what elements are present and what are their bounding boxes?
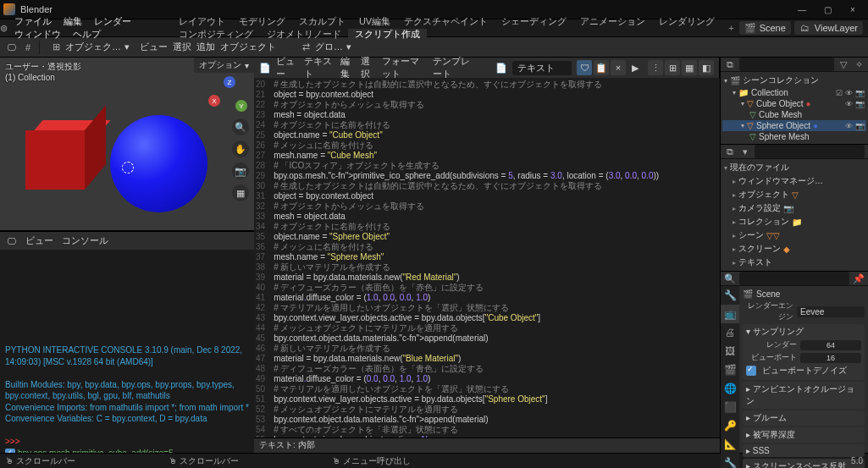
view-menu[interactable]: ビュー (25, 234, 53, 247)
code-line[interactable]: # オブジェクトからメッシュを取得する (274, 201, 659, 212)
code-line[interactable]: bpy.context.object.data.materials."c-fn"… (274, 333, 659, 344)
console-menu[interactable]: コンソール (62, 234, 108, 247)
code-line[interactable]: bpy.ops.mesh."c-fn">primitive_ico_sphere… (274, 171, 659, 181)
data-tree-item[interactable]: ▸ コレクション 📁 (724, 215, 865, 228)
property-panel[interactable]: ▸ 被写界深度 (743, 427, 865, 443)
axes-gizmo[interactable]: X Y Z (212, 78, 246, 112)
code-line[interactable]: object.name = "Cube Object" (274, 130, 659, 140)
viewport-samples[interactable]: 16 (800, 353, 861, 363)
render-samples[interactable]: 64 (800, 340, 861, 350)
viewport-3d[interactable]: オプション ▾ ユーザー・透視投影 (1) Collection X Y Z 🔍… (0, 58, 254, 231)
data-outliner[interactable]: ▾現在のファイル ▸ ウィンドウマネージ…▸ オブジェクト ▽▸ カメラ設定 📷… (721, 159, 868, 271)
property-panel[interactable]: ▸ SSS (743, 444, 865, 457)
code-line[interactable]: # 生成したオブジェクトは自動的に選択中となるため、すぐにオブジェクトを取得する (274, 80, 659, 90)
format-menu[interactable]: フォーマット (382, 55, 428, 80)
code-line[interactable]: mesh = object.data (274, 212, 659, 222)
maximize-button[interactable]: ▢ (815, 2, 839, 17)
run-script-button[interactable]: ▶ (628, 60, 643, 75)
workspace-tab[interactable]: テクスチャペイント (397, 16, 495, 26)
collection-item[interactable]: Collection (751, 88, 788, 97)
property-tab[interactable]: 📺 (721, 305, 739, 323)
code-line[interactable]: mesh.name = "Cube Mesh" (274, 151, 659, 161)
code-line[interactable]: # すべてのオブジェクトを「非選択」状態にする (274, 425, 659, 435)
view-menu[interactable]: ビュー (140, 41, 168, 53)
viewport-nav-icon[interactable]: ✋ (232, 140, 249, 157)
workspace-tab[interactable]: レンダリング (652, 16, 721, 26)
new-text-button[interactable]: 📋 (594, 60, 609, 75)
data-tree-item[interactable]: ▸ シーン ▽▽ (724, 228, 865, 242)
outliner[interactable]: ▾🎬シーンコレクション ▾📁Collection☑👁📷 ▾▽Cube Objec… (721, 72, 868, 144)
options-dropdown[interactable]: オプション (199, 59, 241, 71)
pin-icon[interactable]: 📌 (853, 273, 865, 284)
workspace-tab[interactable]: モデリング (232, 16, 292, 26)
render-engine-select[interactable]: Eevee (797, 306, 865, 317)
code-line[interactable]: # 新しいマテリアルを作成する (274, 344, 659, 354)
code-line[interactable]: # 生成したオブジェクトは自動的に選択中となるため、すぐにオブジェクトを取得する (274, 181, 659, 191)
menu-ヘルプ[interactable]: ヘルプ (67, 29, 107, 39)
add-workspace-button[interactable]: + (723, 23, 738, 33)
orientation-select[interactable]: ⇄ グロ… ▾ (295, 40, 357, 54)
code-line[interactable]: # ディフューズカラー（表面色）を「赤色」に設定する (274, 283, 659, 293)
python-console[interactable]: PYTHON INTERACTIVE CONSOLE 3.10.9 (main,… (0, 250, 254, 453)
code-line[interactable]: mesh = object.data (274, 110, 659, 120)
scene-collection[interactable]: シーンコレクション (743, 74, 819, 86)
register-toggle[interactable]: 🛡 (577, 60, 592, 75)
view-menu[interactable]: ビュー (276, 55, 299, 80)
workspace-tab[interactable]: アニメーション (573, 16, 652, 26)
data-search[interactable] (755, 145, 865, 158)
code-line[interactable]: object = bpy.context.object (274, 90, 659, 100)
code-line[interactable]: object = bpy.context.object (274, 191, 659, 201)
denoise-checkbox[interactable] (746, 366, 756, 376)
property-tab[interactable]: 🔧 (721, 454, 739, 468)
code-line[interactable]: # オブジェクトに名前を付ける (274, 222, 659, 232)
workspace-tab[interactable]: コンポジティング (172, 29, 260, 39)
code-line[interactable]: # メッシュに名前を付ける (274, 140, 659, 151)
add-menu[interactable]: 追加 (196, 41, 215, 53)
new-collection-icon[interactable]: ✧ (853, 58, 865, 70)
property-tab[interactable]: ⬛ (721, 398, 739, 416)
workspace-tab[interactable]: UV編集 (352, 16, 397, 26)
sphere-mesh-item[interactable]: Sphere Mesh (759, 132, 809, 141)
workspace-tab[interactable]: シェーディング (495, 16, 573, 26)
data-tree-item[interactable]: ▸ テキスト (724, 256, 865, 269)
y-axis[interactable]: Y (235, 100, 247, 112)
document-icon[interactable]: 📄 (495, 62, 507, 74)
code-line[interactable]: bpy.context.object.data.materials."c-fn"… (274, 415, 659, 425)
menu-ファイル[interactable]: ファイル (8, 16, 58, 26)
workspace-tab[interactable]: スクリプト作成 (348, 29, 427, 39)
select-menu[interactable]: 選択 (361, 55, 376, 80)
code-line[interactable]: bpy.context.view_layer.objects.active = … (274, 394, 659, 405)
editor-type-icon[interactable]: 🖵 (5, 235, 17, 247)
code-line[interactable]: object.name = "Sphere Object" (274, 232, 659, 242)
viewport-nav-icon[interactable]: 🔍 (232, 118, 249, 135)
texteditor-option-icon[interactable]: ⋮ (648, 60, 663, 75)
menu-ウィンドウ[interactable]: ウィンドウ (8, 29, 67, 39)
x-axis[interactable]: X (208, 95, 220, 107)
code-line[interactable]: # メッシュオブジェクトにマテリアルを適用する (274, 323, 659, 333)
scene-label[interactable]: Scene (756, 289, 780, 299)
object-menu[interactable]: オブジェクト (220, 41, 276, 53)
filter-icon[interactable]: ▽ (838, 58, 849, 70)
code-editor[interactable]: 2021222324252627282930313233343536373839… (254, 78, 720, 438)
property-tab[interactable]: 📐 (721, 435, 739, 454)
workspace-tab[interactable]: スカルプト (292, 16, 352, 26)
code-line[interactable]: material = bpy.data.materials.new("Red M… (274, 273, 659, 283)
code-line[interactable]: # メッシュオブジェクトにマテリアルを適用する (274, 405, 659, 415)
text-menu[interactable]: テキスト (304, 55, 335, 80)
property-tab[interactable]: 🖨 (721, 323, 739, 342)
code-line[interactable]: material = bpy.data.materials.new("Blue … (274, 354, 659, 364)
blender-icon[interactable]: ⊚ (0, 22, 8, 34)
unlink-button[interactable]: × (611, 60, 626, 75)
viewport-nav-icon[interactable]: ▦ (232, 184, 249, 201)
z-axis[interactable]: Z (224, 76, 235, 88)
interact-mode-icon[interactable]: # (22, 41, 34, 53)
data-tree-item[interactable]: ▸ ウィンドウマネージ… (724, 174, 865, 188)
scene-selector[interactable]: 🎬 Scene (739, 21, 791, 35)
data-tree-item[interactable]: ▸ スクリーン ◆ (724, 242, 865, 256)
cube-object-item[interactable]: Cube Object (756, 99, 804, 108)
editor-type-icon[interactable]: 📄 (259, 62, 271, 74)
sampling-panel[interactable]: ▾ サンプリング (746, 326, 861, 338)
text-name-input[interactable]: テキスト (512, 61, 572, 75)
property-tab[interactable]: 🎬 (721, 361, 739, 379)
property-panel[interactable]: ▸ ブルーム (743, 410, 865, 426)
